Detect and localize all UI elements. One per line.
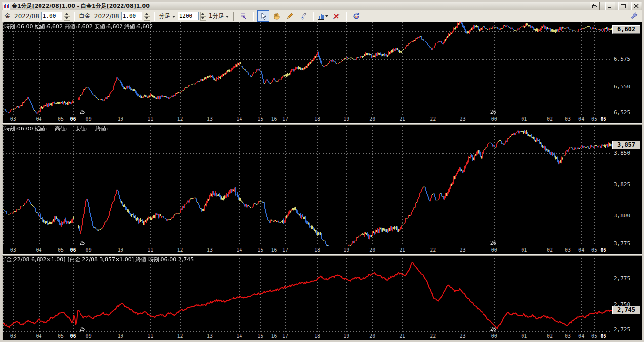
price-axis-label: 3,825 <box>614 182 630 188</box>
time-axis-label: 12 <box>177 333 183 339</box>
time-axis-label: 04 <box>36 333 42 339</box>
platinum-time-axis: 0304050609101112131415161718192021222300… <box>3 246 612 254</box>
time-axis-label: 10 <box>118 333 123 339</box>
spread-time-axis: 0304050609101112131415161718192021222300… <box>3 332 612 340</box>
gold-chart-canvas[interactable] <box>3 22 612 115</box>
reload-button[interactable]: R <box>350 10 362 22</box>
session-date-label: 26 <box>490 109 496 115</box>
bar-count-input[interactable] <box>178 12 199 20</box>
time-axis-label: 17 <box>282 333 288 339</box>
minimize-button[interactable] <box>605 2 615 10</box>
gold-chart-panel: 時刻:06:00 始値:6,602 高値:6,602 安値:6,602 終値:6… <box>2 22 642 123</box>
spread-chart-canvas[interactable] <box>3 256 612 332</box>
time-axis-label: 20 <box>369 116 375 122</box>
reload-icon: R <box>352 12 360 20</box>
time-axis-label: 04 <box>578 333 584 339</box>
crosshair-cursor-icon <box>240 12 247 20</box>
time-axis-label: 03 <box>10 247 16 253</box>
price-axis-label: 2,725 <box>614 327 630 333</box>
session-date-label: 26 <box>490 326 496 332</box>
price-axis-label: 3,850 <box>614 150 630 156</box>
price-axis-label: 6,550 <box>614 84 630 90</box>
time-axis-label: 06 <box>601 247 606 253</box>
bar-type-dropdown[interactable]: 分足 <box>158 12 176 20</box>
platinum-multiplier-stepper[interactable] <box>144 12 150 21</box>
time-axis-label: 17 <box>282 247 288 253</box>
time-axis-label: 02 <box>547 247 553 253</box>
gold-plot: 時刻:06:00 始値:6,602 高値:6,602 安値:6,602 終値:6… <box>3 22 612 115</box>
platinum-chart-panel: 時刻:06:00 始値:--- 高値:--- 安値:--- 終値:--- 252… <box>2 125 642 254</box>
platinum-plot: 時刻:06:00 始値:--- 高値:--- 安値:--- 終値:--- 252… <box>3 125 612 246</box>
time-axis-label: 04 <box>578 247 584 253</box>
time-axis-label: 18 <box>314 333 320 339</box>
draw-pencil-button[interactable] <box>284 10 296 22</box>
time-axis-label: 20 <box>369 247 375 253</box>
chevron-down-icon <box>172 16 175 18</box>
time-axis-label: 04 <box>578 116 584 122</box>
settings-wrench-button[interactable] <box>628 10 640 22</box>
toolbar-separator <box>233 12 234 21</box>
price-axis-label: 6,525 <box>614 110 630 116</box>
time-axis-label: 06 <box>601 333 606 339</box>
draw-pencil-icon <box>286 12 294 20</box>
time-axis-label: 23 <box>460 116 466 122</box>
timeframe-dropdown[interactable]: 1分足 <box>208 12 230 20</box>
current-price-box: 3,857 <box>612 141 640 149</box>
time-axis-label: 18 <box>314 247 320 253</box>
time-axis-label: 01 <box>521 247 527 253</box>
time-axis-label: 11 <box>147 333 153 339</box>
maximize-button[interactable] <box>618 2 628 10</box>
platinum-chart-canvas[interactable] <box>3 125 612 246</box>
time-axis-label: 21 <box>400 333 405 339</box>
time-axis-label: 21 <box>400 247 405 253</box>
platinum-multiplier-input[interactable] <box>121 12 142 20</box>
charts-area: 時刻:06:00 始値:6,602 高値:6,602 安値:6,602 終値:6… <box>2 22 642 340</box>
app-icon <box>3 3 10 10</box>
time-axis-label: 02 <box>547 116 553 122</box>
toolbar: 金 2022/08 白金 2022/08 分足 1分足 <box>2 10 642 22</box>
chevron-down-icon <box>226 16 229 18</box>
toolbar-separator <box>154 12 155 21</box>
chart-type-button[interactable] <box>317 10 329 22</box>
time-axis-label: 19 <box>343 333 349 339</box>
gold-multiplier-input[interactable] <box>41 12 62 20</box>
toolbar-separator <box>346 12 347 21</box>
select-arrow-button[interactable] <box>257 10 269 22</box>
bar-count-stepper[interactable] <box>200 12 206 21</box>
time-axis-label: 06 <box>601 116 606 122</box>
gold-multiplier-stepper[interactable] <box>64 12 70 21</box>
time-axis-label: 00 <box>491 247 497 253</box>
price-axis-label: 2,775 <box>614 276 630 282</box>
time-axis-label: 14 <box>236 116 242 122</box>
pan-hand-button[interactable] <box>271 10 282 22</box>
time-axis-label: 05 <box>58 116 64 122</box>
crosshair-cursor-button[interactable] <box>238 10 249 22</box>
time-axis-label: 04 <box>36 247 42 253</box>
time-axis-label: 20 <box>369 333 375 339</box>
gold-label: 金 <box>4 12 12 20</box>
time-axis-label: 05 <box>591 116 597 122</box>
time-axis-label: 23 <box>460 247 466 253</box>
time-axis-label: 05 <box>591 333 597 339</box>
restore-button[interactable] <box>590 2 600 10</box>
toolbar-separator <box>74 12 75 21</box>
toolbar-separator <box>253 12 254 21</box>
delete-drawings-icon <box>332 12 340 20</box>
gold-info-line: 時刻:06:00 始値:6,602 高値:6,602 安値:6,602 終値:6… <box>4 23 153 30</box>
title-bar[interactable]: 金1分足[2022/08]1.00 - 白金1分足[2022/08]1.00 <box>2 2 642 10</box>
time-axis-label: 18 <box>314 116 320 122</box>
time-axis-label: 06 <box>70 116 76 122</box>
gold-price-axis: 6,5756,5506,5256,602 <box>612 22 642 123</box>
time-axis-label: 11 <box>147 116 153 122</box>
time-axis-label: 14 <box>236 247 242 253</box>
draw-marker-button[interactable] <box>297 10 309 22</box>
gold-time-axis: 0304050609101112131415161718192021222300… <box>3 115 612 123</box>
time-axis-label: 23 <box>460 333 466 339</box>
time-axis-label: 03 <box>10 116 16 122</box>
close-button[interactable] <box>631 2 641 10</box>
time-axis-label: 05 <box>58 247 64 253</box>
platinum-contract-label: 2022/08 <box>93 13 120 20</box>
time-axis-label: 17 <box>282 116 288 122</box>
delete-drawings-button[interactable] <box>330 10 342 22</box>
time-axis-label: 11 <box>147 247 153 253</box>
